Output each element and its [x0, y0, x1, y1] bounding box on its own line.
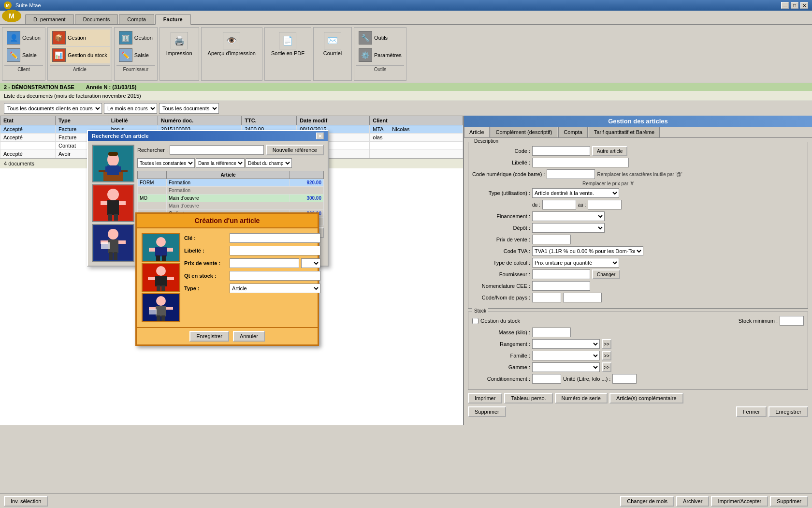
parametres-btn[interactable]: ⚙️ Paramètres	[356, 47, 404, 63]
codenom-input[interactable]	[532, 293, 561, 302]
depot-select[interactable]	[532, 223, 605, 233]
tab-article[interactable]: Article	[464, 127, 490, 137]
prix-currency-select[interactable]	[301, 258, 320, 268]
tab-complement[interactable]: Complément (descriptif)	[491, 127, 558, 137]
search-filters: Toutes les constantes Dans la référence …	[137, 158, 324, 168]
tab-tarif[interactable]: Tarif quantitatif et Barème	[589, 127, 660, 137]
search-filter-1[interactable]: Toutes les constantes	[137, 158, 195, 168]
creation-annuler-btn[interactable]: Annuler	[233, 331, 265, 342]
search-input[interactable]	[170, 145, 264, 155]
courriel-btn[interactable]: ✉️ Courriel	[316, 30, 349, 59]
gamme-expand-btn[interactable]: >>	[602, 362, 611, 372]
svg-rect-21	[109, 252, 113, 260]
numero-serie-btn[interactable]: Numéro de serie	[555, 393, 608, 403]
famille-expand-btn[interactable]: >>	[602, 351, 611, 360]
col-libelle[interactable]: Libellé	[108, 116, 158, 125]
client-gestion-btn[interactable]: 👤 Gestion	[4, 30, 43, 46]
conditionnement-label: Conditionnement :	[472, 376, 530, 382]
financement-select[interactable]	[532, 211, 605, 221]
changer-btn[interactable]: Changer	[592, 269, 620, 279]
au-input[interactable]: 01/01/2000	[588, 200, 622, 209]
archiver-btn[interactable]: Archiver	[676, 496, 709, 507]
impression-btn[interactable]: 🖨️ Impression	[162, 30, 197, 59]
col-etat[interactable]: Etat	[0, 116, 56, 125]
close-btn[interactable]: ✕	[800, 2, 808, 9]
gestion-stock-checkbox[interactable]	[472, 318, 478, 324]
article-stock-btn[interactable]: 📊 Gestion du stock	[50, 47, 110, 63]
search-filter-2[interactable]: Dans la référence	[196, 158, 245, 168]
filter-dropdown-2[interactable]: Le mois en cours	[104, 103, 157, 114]
articles-complementaires-btn[interactable]: Article(s) complémentaire	[609, 393, 683, 403]
prix-input[interactable]	[230, 258, 299, 268]
code-tva-label: Code TVA :	[472, 248, 530, 254]
tab-compta[interactable]: Compta	[119, 14, 154, 24]
tab-dpermanent[interactable]: D. permanent	[25, 14, 74, 24]
client-saisie-icon: ✏️	[7, 48, 20, 62]
supprimer-doc-btn[interactable]: Supprimer	[770, 496, 808, 507]
col-type[interactable]: Type	[55, 116, 108, 125]
outils-btn[interactable]: 🔧 Outils	[356, 30, 404, 46]
col-ttc[interactable]: TTC.	[242, 116, 297, 125]
creation-enregistrer-btn[interactable]: Enregistrer	[189, 331, 229, 342]
fermer-btn[interactable]: Fermer	[736, 406, 767, 417]
imprimer-btn[interactable]: Imprimer	[468, 393, 502, 403]
rangement-expand-btn[interactable]: >>	[602, 339, 611, 349]
filter-dropdown-3[interactable]: Tous les documents	[159, 103, 219, 114]
code-input[interactable]: O	[532, 146, 590, 156]
fournisseur-label: Fournisseur :	[472, 271, 530, 277]
fournisseur-input[interactable]	[532, 269, 590, 279]
codenom-label: Code/Nom de pays :	[472, 295, 530, 300]
inv-selection-btn[interactable]: Inv. sélection	[4, 496, 48, 507]
conditionnement-input[interactable]	[532, 374, 561, 384]
client-saisie-btn[interactable]: ✏️ Saisie	[4, 47, 43, 63]
filter-dropdown-1[interactable]: Tous les documents clients en cours	[4, 103, 102, 114]
famille-select[interactable]	[532, 351, 600, 360]
type-util-select[interactable]: Article destiné à la vente.	[532, 188, 619, 198]
svg-rect-13	[108, 214, 112, 221]
autre-article-btn[interactable]: Autre article	[592, 146, 627, 156]
code-num-input[interactable]	[547, 169, 595, 179]
libelle-field-input[interactable]: Ordinateur	[532, 158, 629, 167]
imprimer-accepter-btn[interactable]: Imprimer/Accepter	[711, 496, 768, 507]
changer-mois-btn[interactable]: Changer de mois	[620, 496, 674, 507]
qt-input[interactable]: 0.000	[230, 271, 320, 281]
search-row: Rechercher : Nouvelle référence	[137, 145, 324, 155]
apercu-btn[interactable]: 👁️ Aperçu d'impression	[203, 30, 260, 59]
tab-documents[interactable]: Documents	[75, 14, 118, 24]
code-tva-select[interactable]: TVA1 (1.1R % ou 0.00 % pour les Dom-Tom)	[532, 246, 643, 256]
stock-min-input[interactable]: 0.00	[780, 316, 804, 326]
col-client[interactable]: Client	[370, 116, 463, 125]
rangement-select[interactable]	[532, 339, 600, 349]
du-input[interactable]: 01/01/2000	[542, 200, 576, 209]
unite-input[interactable]	[612, 374, 637, 384]
pdf-btn[interactable]: 📄 Sortie en PDF	[267, 30, 309, 59]
creation-img-3	[142, 293, 180, 322]
search-modal-close[interactable]: ✕	[316, 133, 324, 139]
type-select[interactable]: Article	[230, 284, 320, 293]
new-reference-btn[interactable]: Nouvelle référence	[266, 145, 324, 155]
search-filter-3[interactable]: Début du champ	[246, 158, 292, 168]
gamme-select[interactable]	[532, 362, 600, 372]
codenom-name-input[interactable]	[563, 293, 602, 302]
minimize-btn[interactable]: —	[781, 2, 789, 9]
article-gestion-btn[interactable]: 📦 Gestion	[50, 30, 110, 46]
fournisseur-gestion-btn[interactable]: 🏢 Gestion	[116, 30, 155, 46]
fournisseur-saisie-btn[interactable]: ✏️ Saisie	[116, 47, 155, 63]
masse-input[interactable]: 0.00	[532, 328, 571, 337]
supprimer-article-btn[interactable]: Supprimer	[468, 406, 506, 417]
col-date[interactable]: Date modif	[297, 116, 370, 125]
search-row-mo[interactable]: MO Main d'oeuvre 300.00	[138, 194, 324, 202]
prix-vente-input[interactable]: 900.00	[532, 235, 571, 244]
window-controls[interactable]: — □ ✕	[781, 2, 808, 9]
search-row-form[interactable]: FORM Formation 920.00	[138, 179, 324, 187]
type-calcul-select[interactable]: Prix unitaire par quantité	[532, 258, 619, 268]
nomenclature-input[interactable]	[532, 281, 590, 291]
tableau-perso-btn[interactable]: Tableau perso.	[504, 393, 552, 403]
col-numero[interactable]: Numéro doc.	[158, 116, 241, 125]
tab-compta[interactable]: Compta	[558, 127, 588, 137]
tab-facture[interactable]: Facture	[155, 14, 191, 25]
cle-input[interactable]	[230, 233, 320, 243]
enregistrer-btn[interactable]: Enregistrer	[768, 406, 808, 417]
libelle-input[interactable]	[230, 246, 320, 255]
maximize-btn[interactable]: □	[791, 2, 798, 9]
